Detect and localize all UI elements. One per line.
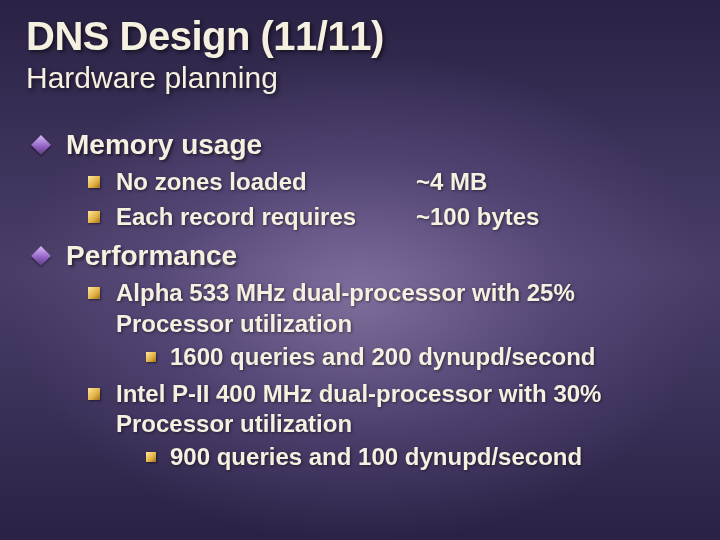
list-item: No zones loaded ~4 MB (88, 167, 694, 198)
square-bullet-icon (146, 352, 156, 362)
item-label: Alpha 533 MHz dual-processor with 25% Pr… (116, 279, 575, 337)
slide-subtitle: Hardware planning (26, 61, 694, 95)
section-heading-text: Memory usage (66, 129, 262, 161)
item-value: ~4 MB (416, 167, 487, 198)
item-body: Alpha 533 MHz dual-processor with 25% Pr… (116, 278, 694, 374)
section-performance: Performance Alpha 533 MHz dual-processor… (34, 240, 694, 474)
square-bullet-icon (88, 176, 100, 188)
item-label: Intel P-II 400 MHz dual-processor with 3… (116, 380, 601, 438)
section-heading: Performance (34, 240, 694, 272)
list-item: Intel P-II 400 MHz dual-processor with 3… (88, 379, 694, 475)
section-items: Alpha 533 MHz dual-processor with 25% Pr… (88, 278, 694, 474)
item-label: Each record requires (116, 202, 416, 233)
square-bullet-icon (88, 388, 100, 400)
list-item: Each record requires ~100 bytes (88, 202, 694, 233)
section-heading-text: Performance (66, 240, 237, 272)
square-bullet-icon (88, 287, 100, 299)
sub-item-label: 900 queries and 100 dynupd/second (170, 442, 582, 473)
square-bullet-icon (88, 211, 100, 223)
item-value: ~100 bytes (416, 202, 539, 233)
slide-title: DNS Design (11/11) (26, 14, 694, 59)
sub-item-label: 1600 queries and 200 dynupd/second (170, 342, 595, 373)
section-items: No zones loaded ~4 MB Each record requir… (88, 167, 694, 232)
section-heading: Memory usage (34, 129, 694, 161)
sub-list-item: 1600 queries and 200 dynupd/second (146, 342, 694, 373)
item-body: Intel P-II 400 MHz dual-processor with 3… (116, 379, 694, 475)
sub-list-item: 900 queries and 100 dynupd/second (146, 442, 694, 473)
square-bullet-icon (146, 452, 156, 462)
diamond-bullet-icon (31, 247, 51, 267)
list-item: Alpha 533 MHz dual-processor with 25% Pr… (88, 278, 694, 374)
diamond-bullet-icon (31, 135, 51, 155)
section-memory-usage: Memory usage No zones loaded ~4 MB Each … (34, 129, 694, 232)
item-label: No zones loaded (116, 167, 416, 198)
